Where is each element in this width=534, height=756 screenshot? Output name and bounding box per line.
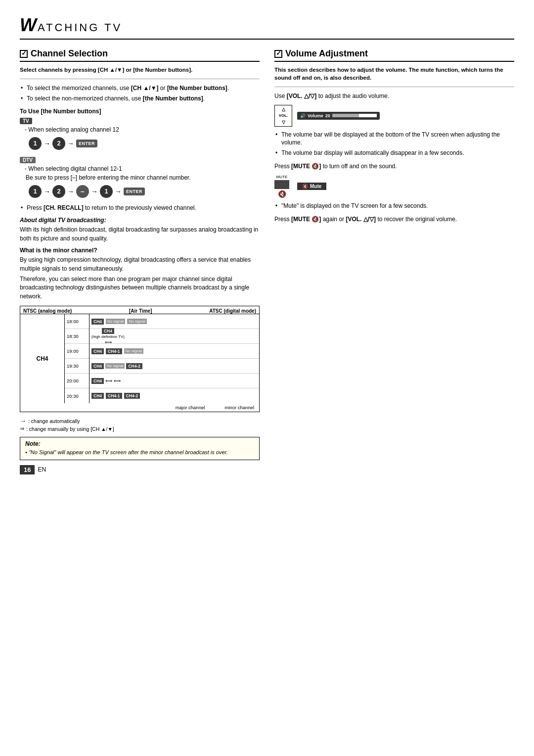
arrow-1: → bbox=[44, 140, 50, 147]
note-box: Note: • "No Signal" will appear on the T… bbox=[20, 437, 260, 460]
legend-auto: → : change automatically bbox=[20, 417, 260, 425]
mute-key-label: MUTE bbox=[276, 175, 288, 179]
arrow-d3: → bbox=[91, 188, 98, 195]
volume-checkbox-icon bbox=[274, 50, 282, 58]
about-text: With its high definition broadcast, digi… bbox=[20, 226, 260, 243]
channel-diagram: NTSC (analog mode) [Air Time] ATSC (digi… bbox=[20, 306, 260, 412]
mute-symbol: 🔇 bbox=[278, 190, 286, 198]
arrow-2: → bbox=[67, 140, 74, 147]
page-number-area: 16 EN bbox=[20, 465, 260, 474]
btn-d1b: 1 bbox=[100, 185, 113, 198]
volume-bar-display: 🔊 Volume 20 bbox=[297, 112, 380, 120]
page-title: WATCHING TV bbox=[20, 15, 514, 36]
note-title: Note: bbox=[25, 440, 254, 447]
diagram-footer: major channel minor channel bbox=[20, 403, 259, 412]
vol-label-btn: VOL. bbox=[279, 113, 288, 118]
ch42-tag-2: CH4-2 bbox=[124, 393, 140, 399]
mute-indicator-label: Mute bbox=[310, 184, 321, 189]
legend-manual: ⇒ : change manually by using [CH ▲/▼] bbox=[20, 425, 260, 432]
mute-x-icon: 🔇 bbox=[302, 184, 308, 189]
volume-display: △ VOL. ▽ 🔊 Volume 20 bbox=[274, 105, 514, 127]
volume-subtitle: This section describes how to adjust the… bbox=[274, 66, 514, 82]
airtime-label: [Air Time] bbox=[129, 308, 152, 314]
mute-indicator: 🔇 Mute bbox=[297, 183, 326, 190]
atsc-row-1: CH4 No signal No signal bbox=[89, 314, 259, 329]
volume-bullets: The volume bar will be displayed at the … bbox=[274, 131, 514, 157]
arrows-lr-3: ⟺ bbox=[114, 378, 121, 383]
recall-bullet-list: Press [CH. RECALL] to return to the prev… bbox=[20, 204, 260, 212]
btn-2: 2 bbox=[52, 137, 65, 150]
volume-bullet-1: The volume bar will be displayed at the … bbox=[274, 131, 514, 147]
digital-desc-line1: - When selecting digital channel 12-1 bbox=[20, 165, 260, 172]
ntsc-label: NTSC (analog mode) bbox=[23, 308, 72, 314]
main-content: Channel Selection Select channels by pre… bbox=[20, 48, 514, 474]
ch4-tag-1: CH4 bbox=[91, 319, 104, 325]
atsc-row-4: CH4 No signal CH4-2 bbox=[89, 359, 259, 374]
analog-desc: - When selecting analog channel 12 bbox=[20, 126, 260, 133]
time-1930: 19:30 bbox=[65, 359, 89, 374]
mute-intro: Press [MUTE 🔇] to turn off and on the so… bbox=[274, 162, 514, 171]
nosig-1b: No signal bbox=[127, 319, 146, 324]
mute-bullets: "Mute" is displayed on the TV screen for… bbox=[274, 202, 514, 210]
btn-1: 1 bbox=[29, 137, 42, 150]
ch42-tag-1: CH4-2 bbox=[126, 363, 142, 369]
hd-label: (high definition TV) bbox=[91, 334, 125, 339]
time-2030: 20:30 bbox=[65, 388, 89, 403]
vol-up-arrow: △ bbox=[282, 107, 285, 112]
page-number: 16 bbox=[20, 465, 35, 474]
minor-channel-text2: Therefore, you can select more than one … bbox=[20, 275, 260, 301]
nosig-1a: No signal bbox=[106, 319, 125, 324]
note-text: • "No Signal" will appear on the TV scre… bbox=[25, 449, 254, 456]
btn-d2: 2 bbox=[52, 185, 65, 198]
dtv-badge: DTV bbox=[20, 157, 36, 163]
time-1900: 19:00 bbox=[65, 344, 89, 359]
mute-note: "Mute" is displayed on the TV screen for… bbox=[274, 202, 514, 210]
volume-bar bbox=[332, 114, 377, 117]
volume-section-title: Volume Adjustment bbox=[274, 48, 514, 62]
times-column: 18:00 18:30 19:00 19:30 20:00 20:30 bbox=[65, 314, 89, 403]
number-buttons-heading: To Use [the Number buttons] bbox=[20, 108, 260, 115]
atsc-grid: CH4 No signal No signal CH4 (high defini… bbox=[89, 314, 259, 403]
title-big-letter: W bbox=[20, 15, 38, 35]
channel-section-title: Channel Selection bbox=[20, 48, 260, 62]
recall-bullet: Press [CH. RECALL] to return to the prev… bbox=[20, 204, 260, 212]
digital-btn-sequence: 1 → 2 → – → 1 → ENTER bbox=[29, 185, 260, 198]
volume-title-text: Volume Adjustment bbox=[285, 48, 368, 59]
volume-divider bbox=[274, 87, 514, 87]
arrow-d2: → bbox=[67, 188, 74, 195]
diagram-grid: CH4 18:00 18:30 19:00 19:30 20:00 20:30 bbox=[20, 314, 259, 403]
ntsc-ch4: CH4 bbox=[36, 355, 48, 362]
vol-down-arrow: ▽ bbox=[282, 120, 285, 125]
volume-bar-fill bbox=[332, 114, 359, 117]
mute-display: MUTE 🔇 🔇 Mute bbox=[274, 175, 514, 198]
ch4-tag-2: CH4 bbox=[102, 328, 114, 334]
minor-channel-label: minor channel bbox=[224, 405, 254, 410]
atsc-row-3: CH4 CH4-1 No signal bbox=[89, 344, 259, 359]
page-lang: EN bbox=[38, 466, 46, 473]
diagram-legend: → : change automatically ⇒ : change manu… bbox=[20, 417, 260, 432]
divider bbox=[20, 79, 260, 79]
analog-btn-sequence: 1 → 2 → ENTER bbox=[29, 137, 260, 150]
tv-badge: TV bbox=[20, 118, 32, 124]
time-1800: 18:00 bbox=[65, 314, 89, 329]
minor-channel-text: By using high compression technology, di… bbox=[20, 256, 260, 273]
atsc-label: ATSC (digital mode) bbox=[209, 308, 256, 314]
time-2000: 20:00 bbox=[65, 374, 89, 388]
btn-d1: 1 bbox=[29, 185, 42, 198]
channel-bullets: To select the memorized channels, use [C… bbox=[20, 84, 260, 103]
volume-intro: Use [VOL. △/▽] to adjust the audio volum… bbox=[274, 92, 514, 100]
atsc-column: CH4 No signal No signal CH4 (high defini… bbox=[89, 314, 259, 403]
volume-section: Volume Adjustment This section describes… bbox=[274, 48, 514, 474]
channel-checkbox-icon bbox=[20, 50, 28, 58]
volume-bullet-2: The volume bar display will automaticall… bbox=[274, 149, 514, 157]
speaker-icon: 🔊 bbox=[300, 113, 306, 118]
nosig-3: No signal bbox=[124, 348, 143, 354]
time-1830: 18:30 bbox=[65, 329, 89, 344]
ch4-tag-3: CH4 bbox=[91, 348, 104, 354]
vol-button: △ VOL. ▽ bbox=[274, 105, 292, 127]
digital-desc-line2: Be sure to press [–] before entering the… bbox=[20, 174, 260, 181]
volume-label: Volume bbox=[308, 113, 323, 118]
ch4-tag-5: CH4 bbox=[91, 378, 104, 384]
auto-arrow-icon: → bbox=[20, 417, 26, 425]
nosig-4: No signal bbox=[105, 363, 125, 369]
